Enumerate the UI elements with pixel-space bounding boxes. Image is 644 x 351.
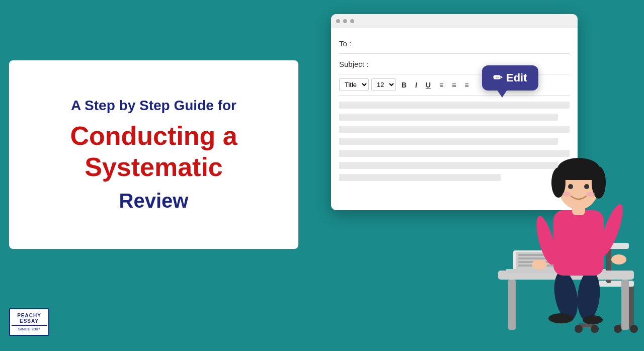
svg-point-37 <box>584 184 589 189</box>
svg-point-29 <box>611 254 626 265</box>
align-left-button[interactable]: ≡ <box>436 79 446 91</box>
size-select[interactable]: 12 <box>371 78 396 91</box>
italic-button[interactable]: I <box>412 79 420 91</box>
svg-point-27 <box>532 259 547 270</box>
edit-bubble[interactable]: ✏ Edit <box>482 65 538 91</box>
window-titlebar <box>331 14 578 28</box>
to-label: To : <box>339 39 374 48</box>
subject-input[interactable] <box>374 59 570 69</box>
svg-rect-25 <box>553 210 604 276</box>
card-title-blue: Review <box>119 188 189 214</box>
svg-rect-12 <box>508 280 516 330</box>
font-select[interactable]: Title <box>339 78 369 91</box>
logo-area: PEACHY ESSAY SINCE 2007 <box>9 308 49 336</box>
window-dot-2 <box>343 19 347 23</box>
bold-button[interactable]: B <box>398 79 410 91</box>
to-input[interactable] <box>374 38 570 48</box>
svg-point-7 <box>614 325 622 333</box>
svg-point-39 <box>587 192 595 197</box>
logo-box: PEACHY ESSAY SINCE 2007 <box>9 308 49 336</box>
svg-rect-13 <box>621 280 629 330</box>
subject-label: Subject : <box>339 60 374 68</box>
card-subtitle: A Step by Step Guide for <box>71 96 236 115</box>
underline-button[interactable]: U <box>423 79 434 91</box>
svg-rect-35 <box>557 167 600 180</box>
svg-point-6 <box>591 325 599 333</box>
edit-label: Edit <box>506 71 527 84</box>
svg-point-5 <box>575 325 583 333</box>
window-dot-3 <box>350 19 354 23</box>
to-field: To : <box>339 33 570 54</box>
card-title-red: Conducting a Systematic <box>70 120 237 183</box>
edit-icon: ✏ <box>493 71 502 84</box>
svg-point-8 <box>630 325 638 333</box>
svg-point-38 <box>562 192 571 197</box>
logo-divider <box>12 325 47 326</box>
logo-year: SINCE 2007 <box>18 327 40 331</box>
svg-point-24 <box>583 315 603 324</box>
person-illustration <box>468 69 644 351</box>
left-card: A Step by Step Guide for Conducting a Sy… <box>9 60 298 249</box>
svg-point-36 <box>568 184 573 189</box>
svg-point-23 <box>548 313 574 323</box>
align-center-button[interactable]: ≡ <box>449 79 459 91</box>
logo-brand-name: PEACHY ESSAY <box>12 313 47 324</box>
window-dot-1 <box>336 19 340 23</box>
